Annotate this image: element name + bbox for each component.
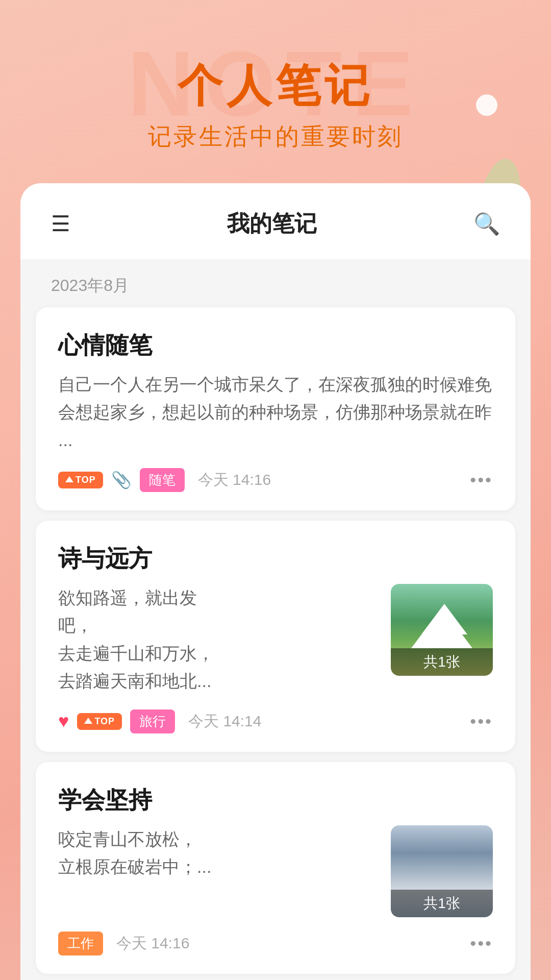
- menu-icon[interactable]: ☰: [51, 211, 70, 236]
- app-header: ☰ 我的笔记 🔍: [20, 183, 531, 259]
- app-title: 我的笔记: [227, 209, 317, 239]
- note-content-3: 咬定青山不放松， 立根原在破岩中；... 共1张: [58, 825, 493, 917]
- note-footer-3: 工作 今天 14:16 •••: [58, 932, 493, 955]
- main-card: ☰ 我的笔记 🔍 2023年8月 心情随笔 自己一个人在另一个城市呆久了，在深夜…: [20, 183, 531, 980]
- attachment-icon: 📎: [111, 470, 132, 489]
- note-text-3: 咬定青山不放松， 立根原在破岩中；...: [58, 825, 221, 881]
- note-content-1: 自己一个人在另一个城市呆久了，在深夜孤独的时候难免 会想起家乡，想起以前的种种场…: [58, 371, 493, 454]
- note-title-1: 心情随笔: [58, 330, 493, 361]
- more-button-3[interactable]: •••: [470, 934, 493, 953]
- tag-label-2: 旅行: [130, 709, 175, 733]
- note-title-2: 诗与远方: [58, 543, 493, 575]
- note-text-line2-2: 去走遍千山和万水，去踏遍天南和地北...: [58, 644, 214, 691]
- search-icon[interactable]: 🔍: [473, 211, 500, 236]
- date-label: 2023年8月: [51, 276, 129, 295]
- note-title-3: 学会坚持: [58, 785, 493, 816]
- note-text-line2-3: 立根原在破岩中；...: [58, 857, 211, 876]
- heart-icon-2: ♥: [58, 710, 69, 732]
- note-text-line1-3: 咬定青山不放松，: [58, 829, 197, 849]
- note-footer-1: TOP 📎 随笔 今天 14:16 •••: [58, 468, 493, 492]
- note-image-2: 共1张: [391, 584, 493, 676]
- note-text-line1-2: 欲知路遥，就出发吧，: [58, 588, 197, 635]
- more-button-2[interactable]: •••: [470, 712, 493, 731]
- date-section: 2023年8月: [20, 259, 531, 307]
- tag-top-1: TOP: [58, 472, 103, 488]
- note-text-1: 自己一个人在另一个城市呆久了，在深夜孤独的时候难免 会想起家乡，想起以前的种种场…: [58, 371, 493, 454]
- note-card-2[interactable]: 诗与远方 欲知路遥，就出发吧， 去走遍千山和万水，去踏遍天南和地北... 共1张…: [36, 521, 515, 752]
- note-footer-2: ♥ TOP 旅行 今天 14:14 •••: [58, 709, 493, 733]
- tag-top-2: TOP: [77, 713, 122, 730]
- note-card-1[interactable]: 心情随笔 自己一个人在另一个城市呆久了，在深夜孤独的时候难免 会想起家乡，想起以…: [36, 307, 515, 510]
- image-count-3: 共1张: [391, 890, 493, 917]
- note-image-3: 共1张: [391, 825, 493, 917]
- note-card-3[interactable]: 学会坚持 咬定青山不放松， 立根原在破岩中；... 共1张 工作 今天 14:1…: [36, 762, 515, 974]
- tag-label-1: 随笔: [140, 468, 185, 492]
- note-tags-1: TOP 📎 随笔 今天 14:16: [58, 468, 271, 492]
- top-arrow-icon-2: [84, 718, 92, 724]
- top-text: TOP: [76, 475, 96, 485]
- note-content-2: 欲知路遥，就出发吧， 去走遍千山和万水，去踏遍天南和地北... 共1张: [58, 584, 493, 695]
- note-time-2: 今天 14:14: [188, 711, 261, 732]
- header-section: 个人笔记 记录生活中的重要时刻: [0, 0, 551, 153]
- subtitle: 记录生活中的重要时刻: [0, 121, 551, 153]
- note-tags-2: ♥ TOP 旅行 今天 14:14: [58, 709, 261, 733]
- note-text-2: 欲知路遥，就出发吧， 去走遍千山和万水，去踏遍天南和地北...: [58, 584, 221, 695]
- top-arrow-icon: [65, 476, 73, 482]
- tag-label-3: 工作: [58, 932, 103, 955]
- note-time-1: 今天 14:16: [198, 470, 271, 491]
- main-title: 个人笔记: [0, 61, 551, 111]
- note-text-line2: 会想起家乡，想起以前的种种场景，仿佛那种场景就在昨 ...: [58, 402, 492, 449]
- note-tags-3: 工作 今天 14:16: [58, 932, 189, 955]
- image-count-2: 共1张: [391, 648, 493, 676]
- more-button-1[interactable]: •••: [470, 470, 493, 490]
- note-time-3: 今天 14:16: [116, 933, 189, 954]
- note-text-line1: 自己一个人在另一个城市呆久了，在深夜孤独的时候难免: [58, 375, 492, 394]
- top-text-2: TOP: [94, 716, 115, 727]
